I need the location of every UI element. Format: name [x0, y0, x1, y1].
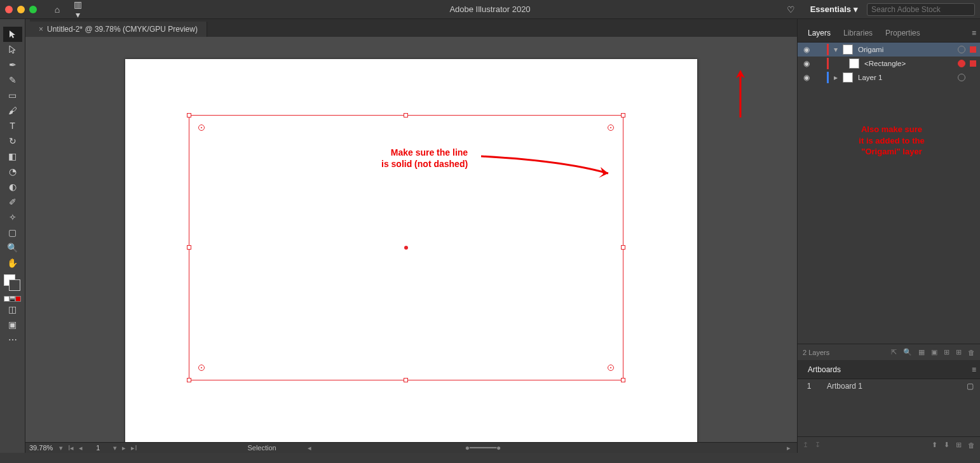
rectangle-tool[interactable]: ▭	[3, 88, 22, 103]
target-icon[interactable]	[958, 46, 965, 53]
lightbulb-icon[interactable]: ♡	[785, 4, 798, 15]
symbol-sprayer-tool[interactable]: ✧	[3, 210, 22, 225]
registration-mark	[198, 124, 205, 131]
delete-artboard-icon[interactable]: 🗑	[968, 441, 975, 449]
layer-row-rectangle[interactable]: ◉ <Rectangle>	[798, 57, 980, 70]
close-tab-icon[interactable]: ×	[39, 25, 43, 34]
scroll-right-icon[interactable]: ▸	[784, 444, 793, 452]
shape-builder-tool[interactable]: ◔	[3, 164, 22, 179]
zoom-tool[interactable]: 🔍	[3, 240, 22, 255]
last-artboard-nav[interactable]: ▸I	[128, 444, 139, 452]
search-layer-icon[interactable]: 🔍	[903, 348, 912, 356]
current-tool-label: Selection	[247, 444, 276, 452]
layers-list: ◉ ▾ Origami ◉ <Rectangle>	[798, 43, 980, 84]
annotation-arrow	[481, 154, 621, 180]
direct-selection-tool[interactable]	[3, 42, 22, 57]
workspace-switcher[interactable]: Essentials ▾	[810, 4, 858, 14]
resize-handle[interactable]	[404, 113, 408, 117]
hscrollbar[interactable]: ●━━━━━━●	[465, 443, 501, 452]
pen-tool[interactable]: ✒	[3, 57, 22, 72]
panel-menu-icon[interactable]: ≡	[972, 29, 976, 37]
make-clip-icon[interactable]: ▣	[931, 348, 937, 356]
expand-toggle[interactable]: ▸	[831, 73, 840, 82]
artboards-footer: ↥ ↧ ⬆ ⬇ ⊞ 🗑	[798, 436, 980, 453]
artboard: Make sure the line is solid (not dashed)	[125, 59, 697, 442]
edit-toolbar-button[interactable]: ⋯	[3, 332, 22, 347]
resize-handle[interactable]	[187, 378, 191, 382]
new-sublayer-icon[interactable]: ⊞	[944, 348, 949, 356]
title-bar: ⌂ ▥ ▾ Adobe Illustrator 2020 ♡ Essential…	[0, 0, 980, 19]
reorder-up-icon[interactable]: ⬆	[932, 441, 937, 449]
eraser-tool[interactable]: ◧	[3, 149, 22, 164]
artboard-tool[interactable]: ▢	[3, 225, 22, 240]
gradient-tool[interactable]: ◐	[3, 179, 22, 194]
chevron-down-icon: ▾	[854, 4, 858, 14]
eyedropper-tool[interactable]: ✐	[3, 194, 22, 210]
home-icon[interactable]: ⌂	[51, 4, 64, 15]
tab-properties[interactable]: Properties	[879, 29, 927, 37]
tab-libraries[interactable]: Libraries	[837, 29, 879, 37]
new-layer-icon[interactable]: ⊞	[956, 348, 962, 356]
artboards-list: 1 Artboard 1 ▢ ↥ ↧ ⬆ ⬇ ⊞ 🗑	[798, 379, 980, 453]
artboard-index: 1	[804, 382, 814, 391]
layer-row-origami[interactable]: ◉ ▾ Origami	[798, 43, 980, 57]
layer-thumbnail	[849, 58, 859, 69]
resize-handle[interactable]	[187, 245, 191, 250]
draw-mode-control[interactable]: ◫	[3, 302, 22, 317]
collect-layer-icon[interactable]: ▦	[918, 348, 925, 356]
selection-indicator	[970, 60, 976, 67]
zoom-level[interactable]: 39.78%	[25, 444, 57, 452]
move-down-icon[interactable]: ↧	[815, 441, 820, 449]
layer-row-layer1[interactable]: ◉ ▸ Layer 1	[798, 70, 980, 84]
visibility-toggle[interactable]: ◉	[801, 45, 812, 54]
expand-toggle[interactable]: ▾	[831, 45, 840, 54]
arrange-docs-icon[interactable]: ▥ ▾	[71, 0, 84, 20]
color-mode-control[interactable]	[4, 296, 21, 302]
visibility-toggle[interactable]: ◉	[801, 59, 812, 68]
rotate-tool[interactable]: ↻	[3, 133, 22, 149]
resize-handle[interactable]	[621, 113, 625, 117]
selection-tool[interactable]	[3, 27, 22, 42]
new-artboard-icon[interactable]: ⊞	[956, 441, 962, 449]
next-artboard-nav[interactable]: ▸	[119, 444, 128, 452]
target-icon[interactable]	[958, 60, 965, 67]
layer-name[interactable]: Origami	[855, 46, 955, 53]
scroll-left-icon[interactable]: ◂	[305, 444, 314, 452]
resize-handle[interactable]	[404, 378, 408, 382]
artboard-row[interactable]: 1 Artboard 1 ▢	[798, 379, 980, 393]
document-tab[interactable]: × Untitled-2* @ 39.78% (CMYK/GPU Preview…	[30, 22, 207, 37]
panel-menu-icon[interactable]: ≡	[972, 365, 976, 374]
move-up-icon[interactable]: ↥	[803, 441, 808, 449]
screen-mode-control[interactable]: ▣	[3, 317, 22, 332]
close-window-button[interactable]	[5, 6, 13, 13]
zoom-dropdown-icon[interactable]: ▾	[57, 444, 65, 452]
prev-artboard-nav[interactable]: ◂	[76, 444, 85, 452]
maximize-window-button[interactable]	[29, 6, 37, 13]
search-input[interactable]	[867, 3, 975, 16]
type-tool[interactable]: T	[3, 118, 22, 133]
layer-name[interactable]: <Rectangle>	[862, 60, 955, 67]
artboard-nav-dropdown-icon[interactable]: ▾	[111, 444, 119, 452]
locate-object-icon[interactable]: ⇱	[891, 348, 897, 356]
fill-stroke-control[interactable]	[4, 274, 22, 292]
resize-handle[interactable]	[187, 113, 191, 117]
paintbrush-tool[interactable]: 🖌	[3, 103, 22, 118]
minimize-window-button[interactable]	[17, 6, 25, 13]
artboard-name[interactable]: Artboard 1	[827, 382, 862, 391]
layer-name[interactable]: Layer 1	[855, 74, 955, 81]
artboard-options-icon[interactable]: ▢	[967, 382, 974, 391]
artboard-nav-field[interactable]	[85, 444, 111, 452]
resize-handle[interactable]	[621, 378, 625, 382]
resize-handle[interactable]	[621, 245, 625, 250]
reorder-down-icon[interactable]: ⬇	[944, 441, 949, 449]
tab-layers[interactable]: Layers	[801, 29, 837, 37]
first-artboard-nav[interactable]: I◂	[65, 444, 76, 452]
hand-tool[interactable]: ✋	[3, 255, 22, 271]
target-icon[interactable]	[958, 74, 965, 81]
registration-mark	[198, 365, 205, 371]
canvas-viewport[interactable]: Make sure the line is solid (not dashed)	[25, 37, 797, 442]
delete-layer-icon[interactable]: 🗑	[968, 349, 975, 356]
visibility-toggle[interactable]: ◉	[801, 73, 812, 82]
tab-artboards[interactable]: Artboards	[801, 365, 847, 374]
curvature-tool[interactable]: ✎	[3, 72, 22, 88]
